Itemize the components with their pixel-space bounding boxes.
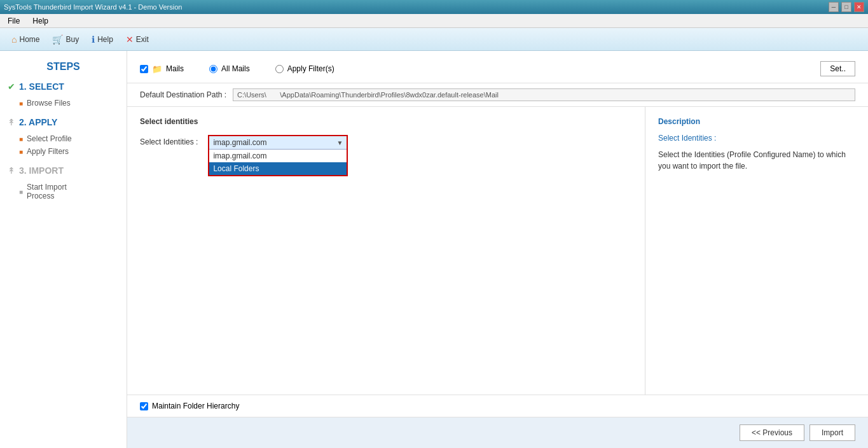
footer: << Previous Import	[127, 417, 868, 448]
step1-header: ✔ 1. SELECT	[8, 81, 119, 92]
step2-header: ↟ 2. APPLY	[8, 117, 119, 127]
all-mails-label: All Mails	[221, 64, 250, 73]
step3-header: ↟ 3. IMPORT	[8, 165, 119, 176]
browse-files-label: Browse Files	[27, 99, 71, 108]
buy-label: Buy	[65, 35, 79, 44]
identities-label: Select Identities :	[140, 135, 198, 146]
menu-help[interactable]: Help	[30, 15, 51, 27]
maintain-hierarchy-row: Maintain Folder Hierarchy	[140, 402, 855, 410]
minimize-button[interactable]: ─	[829, 2, 839, 12]
folder-icon: 📁	[152, 64, 162, 74]
dropdown-list: imap.gmail.com Local Folders	[209, 150, 347, 175]
dropdown-header[interactable]: imap.gmail.com ▼	[209, 136, 347, 150]
apply-filters-dot: ■	[19, 148, 23, 155]
right-panel: Description Select Identities : Select t…	[645, 107, 868, 395]
home-button[interactable]: ⌂ Home	[6, 32, 45, 46]
exit-label: Exit	[136, 35, 149, 44]
description-body: Select the Identities (Profile Configure…	[658, 149, 855, 172]
close-button[interactable]: ✕	[854, 2, 864, 12]
help-button[interactable]: ℹ Help	[86, 32, 118, 46]
apply-filters-radio[interactable]	[275, 65, 284, 73]
maintain-hierarchy-label: Maintain Folder Hierarchy	[152, 402, 239, 410]
buy-button[interactable]: 🛒 Buy	[47, 32, 84, 46]
identities-row: Select Identities : imap.gmail.com ▼ ima…	[140, 135, 632, 176]
app-title: SysTools Thunderbird Import Wizard v4.1 …	[4, 3, 182, 11]
menu-file[interactable]: File	[5, 15, 22, 27]
apply-filters-item[interactable]: ■ Apply Filters	[19, 145, 119, 158]
step3-subitems: ■ Start ImportProcess	[19, 181, 119, 202]
start-import-dot: ■	[19, 188, 23, 195]
select-profile-label: Select Profile	[27, 134, 72, 143]
cart-icon: 🛒	[52, 34, 63, 45]
home-label: Home	[19, 35, 39, 44]
middle-section: Select identities Select Identities : im…	[127, 107, 868, 395]
identities-dropdown-container: imap.gmail.com ▼ imap.gmail.com Local Fo…	[208, 135, 348, 176]
dropdown-selected-value: imap.gmail.com	[213, 138, 266, 147]
description-title: Description	[658, 117, 855, 126]
step3-arrow-icon: ↟	[8, 165, 15, 176]
maintain-hierarchy-checkbox[interactable]	[140, 402, 148, 410]
dropdown-option-gmail[interactable]: imap.gmail.com	[209, 150, 347, 162]
dropdown-arrow-icon: ▼	[336, 139, 343, 146]
title-bar: SysTools Thunderbird Import Wizard v4.1 …	[0, 0, 868, 14]
step3-label: 3. IMPORT	[19, 165, 64, 176]
path-label: Default Destination Path :	[140, 90, 226, 99]
maximize-button[interactable]: □	[841, 2, 851, 12]
step1-label: 1. SELECT	[19, 81, 64, 92]
select-identities-title: Select identities	[140, 117, 632, 126]
path-row: Default Destination Path :	[127, 83, 868, 107]
all-mails-radio[interactable]	[209, 65, 217, 73]
mails-option: 📁 Mails	[140, 64, 184, 74]
step1-subitems: ■ Browse Files	[19, 97, 119, 109]
step2-subitems: ■ Select Profile ■ Apply Filters	[19, 132, 119, 158]
desc-subtitle-text: Select Identities :	[658, 134, 716, 143]
set-button[interactable]: Set..	[820, 61, 855, 76]
all-mails-option: All Mails	[209, 64, 250, 73]
main-layout: STEPS ✔ 1. SELECT ■ Browse Files ↟ 2. AP…	[0, 51, 868, 448]
help-icon: ℹ	[92, 34, 95, 45]
left-panel: Select identities Select Identities : im…	[127, 107, 645, 395]
description-subtitle: Select Identities :	[658, 132, 855, 144]
step2-label: 2. APPLY	[19, 117, 57, 127]
sidebar: STEPS ✔ 1. SELECT ■ Browse Files ↟ 2. AP…	[0, 51, 127, 448]
toolbar: ⌂ Home 🛒 Buy ℹ Help ✕ Exit	[0, 28, 868, 51]
select-profile-item[interactable]: ■ Select Profile	[19, 132, 119, 145]
options-row: 📁 Mails All Mails Apply Filter(s) Set..	[127, 51, 868, 83]
apply-filters-label: Apply Filter(s)	[287, 64, 334, 73]
previous-button[interactable]: << Previous	[740, 424, 804, 441]
apply-filters-option: Apply Filter(s)	[275, 64, 334, 73]
start-import-item: ■ Start ImportProcess	[19, 181, 119, 202]
apply-filters-label: Apply Filters	[27, 147, 69, 156]
step2-arrow-icon: ↟	[8, 117, 15, 127]
exit-button[interactable]: ✕ Exit	[121, 32, 154, 46]
help-label: Help	[97, 35, 113, 44]
path-input[interactable]	[233, 88, 855, 101]
browse-files-dot: ■	[19, 100, 23, 107]
menu-bar: File Help	[0, 14, 868, 28]
content-area: 📁 Mails All Mails Apply Filter(s) Set.. …	[127, 51, 868, 448]
import-button[interactable]: Import	[809, 424, 855, 441]
identities-dropdown[interactable]: imap.gmail.com ▼ imap.gmail.com Local Fo…	[208, 135, 348, 176]
browse-files-item[interactable]: ■ Browse Files	[19, 97, 119, 109]
exit-icon: ✕	[126, 34, 134, 45]
select-profile-dot: ■	[19, 136, 23, 143]
mails-label: Mails	[166, 64, 184, 73]
bottom-section: Maintain Folder Hierarchy	[127, 395, 868, 417]
steps-title: STEPS	[8, 61, 119, 73]
dropdown-option-local[interactable]: Local Folders	[209, 162, 347, 175]
mails-checkbox[interactable]	[140, 65, 148, 73]
step1-check-icon: ✔	[8, 81, 15, 92]
start-import-label: Start ImportProcess	[27, 183, 67, 200]
window-controls: ─ □ ✕	[829, 2, 864, 12]
home-icon: ⌂	[11, 34, 17, 45]
